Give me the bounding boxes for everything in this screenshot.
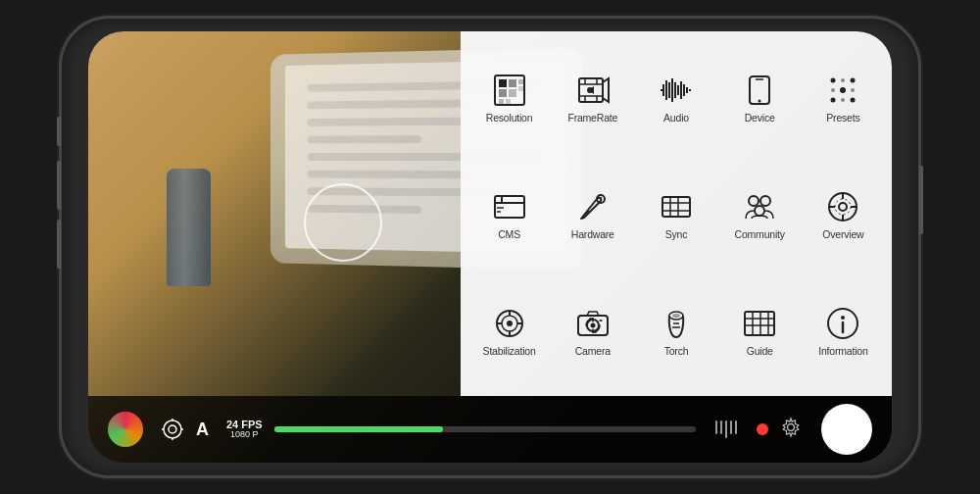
resolution-display: 1080 P: [230, 430, 259, 439]
volume-up-button[interactable]: [57, 161, 61, 210]
svg-point-61: [835, 199, 851, 215]
gear-icon: [780, 417, 802, 438]
recording-info: 24 FPS 1080 P: [226, 420, 263, 439]
svg-point-36: [841, 78, 845, 82]
tick-5: [735, 420, 737, 434]
menu-item-overview[interactable]: Overview: [803, 156, 884, 271]
volume-down-button[interactable]: [57, 220, 61, 269]
information-icon: [825, 306, 860, 341]
overview-label: Overview: [822, 228, 863, 240]
text-button[interactable]: A: [196, 420, 209, 440]
svg-rect-5: [518, 79, 523, 84]
siri-button[interactable]: [108, 412, 143, 447]
svg-rect-4: [509, 89, 516, 97]
audio-label: Audio: [663, 112, 689, 124]
svg-rect-76: [745, 312, 774, 335]
sync-label: Sync: [665, 228, 688, 240]
camera-icon: [575, 306, 611, 341]
menu-item-guide[interactable]: Guide: [719, 273, 801, 388]
svg-point-85: [164, 420, 181, 438]
stabilization-label: Stabilization: [483, 345, 536, 357]
torch-icon: [659, 306, 694, 341]
svg-point-86: [169, 425, 176, 433]
svg-rect-3: [499, 89, 507, 97]
cms-icon: [492, 189, 527, 224]
tick-2: [720, 420, 722, 434]
menu-item-community[interactable]: Community: [719, 156, 801, 271]
phone-screen: Resolution FrameRat: [88, 31, 892, 463]
framerate-icon: [575, 73, 611, 108]
menu-item-camera[interactable]: Camera: [552, 273, 633, 388]
exposure-bar[interactable]: [274, 426, 696, 432]
menu-item-torch[interactable]: Torch: [635, 273, 716, 388]
svg-point-83: [841, 316, 845, 320]
camera-bottom-bar: A 24 FPS 1080 P: [88, 396, 892, 463]
svg-point-29: [759, 99, 761, 102]
record-indicator: [757, 423, 768, 435]
svg-point-91: [788, 423, 795, 430]
information-label: Information: [818, 345, 867, 357]
guide-icon: [742, 306, 777, 341]
menu-item-stabilization[interactable]: Stabilization: [468, 273, 550, 388]
framerate-label: FrameRate: [567, 112, 617, 124]
svg-rect-7: [499, 99, 504, 104]
svg-point-71: [590, 323, 595, 328]
guide-label: Guide: [747, 345, 773, 357]
tick-marks: [715, 420, 737, 438]
menu-item-hardware[interactable]: Hardware: [552, 156, 633, 271]
svg-point-35: [851, 97, 856, 102]
shutter-button[interactable]: [821, 404, 872, 455]
torch-label: Torch: [664, 345, 689, 357]
svg-rect-40: [495, 196, 524, 218]
resolution-icon: [492, 73, 527, 108]
device-icon: [742, 73, 777, 108]
audio-icon: [659, 73, 694, 108]
presets-label: Presets: [826, 112, 859, 124]
settings-menu: Resolution FrameRat: [461, 31, 892, 396]
svg-rect-2: [509, 79, 516, 87]
water-bottle-prop: [167, 169, 211, 286]
menu-item-framerate[interactable]: FrameRate: [552, 39, 633, 154]
svg-point-53: [760, 196, 770, 206]
svg-rect-1: [499, 79, 507, 87]
community-icon: [742, 189, 777, 224]
svg-point-54: [755, 206, 764, 216]
svg-point-52: [749, 196, 759, 206]
mute-button[interactable]: [57, 117, 61, 146]
menu-item-audio[interactable]: Audio: [635, 39, 716, 154]
community-label: Community: [735, 228, 785, 240]
resolution-label: Resolution: [486, 112, 533, 124]
svg-point-33: [851, 77, 856, 82]
svg-point-38: [851, 88, 855, 92]
power-button[interactable]: [919, 166, 923, 234]
stabilization-icon: [492, 306, 527, 341]
focus-ring-icon: [161, 418, 184, 441]
menu-item-information[interactable]: Information: [803, 273, 884, 388]
menu-item-presets[interactable]: Presets: [803, 39, 884, 154]
focus-circle: [304, 183, 382, 262]
phone-frame: Resolution FrameRat: [59, 16, 921, 478]
exposure-fill: [274, 426, 443, 432]
phone-wrapper: Resolution FrameRat: [20, 12, 960, 482]
svg-point-32: [831, 77, 836, 82]
svg-rect-6: [518, 86, 523, 91]
presets-icon: [825, 73, 860, 108]
overview-icon: [825, 189, 860, 224]
svg-point-31: [840, 87, 846, 93]
svg-point-39: [841, 98, 845, 102]
svg-point-34: [831, 97, 836, 102]
svg-rect-8: [506, 99, 511, 104]
device-label: Device: [745, 112, 775, 124]
tick-3: [725, 420, 727, 438]
settings-button[interactable]: [780, 417, 802, 443]
tick-1: [715, 420, 717, 434]
menu-item-resolution[interactable]: Resolution: [468, 39, 550, 154]
focus-mode-button[interactable]: [161, 418, 184, 441]
tick-4: [730, 420, 732, 434]
hardware-label: Hardware: [571, 228, 614, 240]
menu-item-cms[interactable]: CMS: [468, 156, 550, 271]
menu-item-device[interactable]: Device: [719, 39, 801, 154]
sync-icon: [659, 189, 694, 224]
menu-item-sync[interactable]: Sync: [635, 156, 716, 271]
camera-label: Camera: [575, 345, 611, 357]
